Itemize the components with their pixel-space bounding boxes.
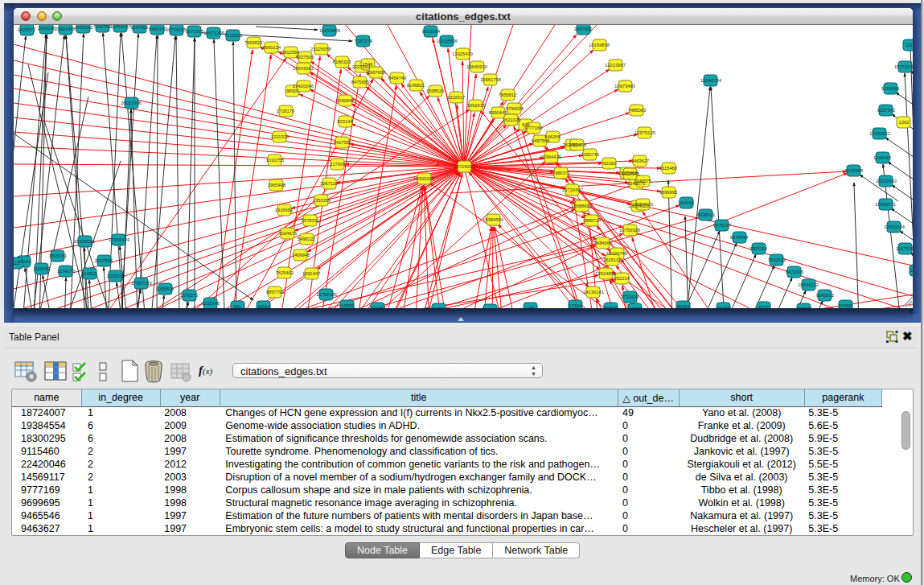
svg-text:6466160: 6466160 [149,27,167,31]
svg-text:803144: 803144 [337,119,353,124]
svg-text:16753: 16753 [798,307,811,308]
svg-text:18300295: 18300295 [413,176,434,181]
svg-text:9794028: 9794028 [506,106,524,111]
svg-text:9857791: 9857791 [266,290,285,295]
svg-text:23420046: 23420046 [293,84,314,89]
svg-text:3267110: 3267110 [320,181,338,186]
svg-text:1071915: 1071915 [186,29,204,34]
svg-text:1835061: 1835061 [49,253,68,258]
svg-text:1546: 1546 [363,62,373,67]
svg-text:16914: 16914 [257,304,271,308]
svg-text:80463: 80463 [677,304,690,308]
svg-text:16154838: 16154838 [589,43,610,47]
svg-text:9684067: 9684067 [594,241,613,245]
svg-text:1095810: 1095810 [156,286,175,291]
svg-text:1362: 1362 [899,120,910,125]
svg-text:16648784: 16648784 [700,78,722,83]
svg-text:12700: 12700 [910,268,913,273]
svg-text:931: 931 [233,304,241,308]
svg-text:1010755: 1010755 [266,158,285,163]
svg-text:7625402: 7625402 [276,270,294,275]
svg-text:252214: 252214 [614,276,630,281]
svg-text:62160: 62160 [603,161,616,166]
svg-text:1065532: 1065532 [75,25,93,30]
svg-text:7986372: 7986372 [552,171,571,175]
svg-text:9327509: 9327509 [296,55,314,60]
svg-text:13325419: 13325419 [452,51,473,56]
svg-text:8813054: 8813054 [422,29,441,34]
svg-text:1662615: 1662615 [467,103,486,108]
svg-text:1232346: 1232346 [202,301,220,306]
svg-text:9474444: 9474444 [730,235,749,240]
svg-text:182: 182 [527,306,535,308]
svg-text:7955812: 7955812 [499,93,517,97]
svg-text:1353359: 1353359 [313,198,331,203]
svg-text:164095: 164095 [678,200,693,205]
svg-text:18724007: 18724007 [454,164,474,169]
svg-text:16553267: 16553267 [110,25,131,29]
svg-text:8215958: 8215958 [845,168,864,173]
svg-text:1113: 1113 [906,43,913,47]
svg-text:7515526: 7515526 [224,33,243,38]
svg-text:9115460: 9115460 [659,166,677,171]
svg-text:12975125: 12975125 [634,130,655,135]
svg-text:92456: 92456 [717,306,730,308]
svg-text:10958: 10958 [629,307,642,308]
svg-text:7663822: 7663822 [244,40,263,45]
svg-text:14136141: 14136141 [583,290,604,295]
svg-text:2069140: 2069140 [38,26,56,31]
svg-text:12505: 12505 [341,303,354,308]
svg-text:19218506: 19218506 [437,39,458,43]
svg-text:12213967: 12213967 [605,63,626,68]
svg-text:10719155: 10719155 [166,27,187,32]
svg-text:93456: 93456 [839,303,852,308]
svg-text:2047682: 2047682 [574,27,593,31]
svg-text:8215: 8215 [759,305,770,308]
svg-text:1050745: 1050745 [581,152,600,157]
svg-text:1527602: 1527602 [130,25,149,30]
svg-text:1002545: 1002545 [622,171,640,176]
svg-text:16210643: 16210643 [876,179,897,183]
svg-text:117006: 117006 [331,162,346,167]
svg-text:17957255: 17957255 [131,281,152,286]
svg-text:8660124: 8660124 [263,45,281,50]
svg-text:20364436: 20364436 [540,154,561,159]
svg-text:6479197: 6479197 [713,223,732,228]
svg-text:1362455: 1362455 [569,142,587,147]
svg-text:87645: 87645 [605,306,618,308]
svg-text:8938921: 8938921 [697,212,716,217]
svg-text:1621025: 1621025 [503,117,521,122]
svg-text:1234273: 1234273 [57,269,76,274]
svg-text:5498222: 5498222 [298,237,316,241]
svg-text:2935114: 2935114 [749,246,768,251]
svg-text:8471676: 8471676 [786,270,804,274]
svg-text:13524851: 13524851 [595,271,616,276]
svg-text:1322017: 1322017 [447,95,466,100]
svg-text:7485063: 7485063 [628,108,647,113]
svg-text:20691406: 20691406 [55,27,76,31]
svg-text:114519: 114519 [82,271,97,276]
svg-text:17334: 17334 [569,303,582,308]
svg-text:7357274: 7357274 [355,39,373,43]
svg-text:10973493: 10973493 [614,84,635,89]
svg-text:16120746: 16120746 [606,251,627,256]
svg-text:1733426: 1733426 [621,295,639,299]
svg-text:112: 112 [14,261,20,266]
svg-text:16033809: 16033809 [319,28,340,33]
svg-text:7152760: 7152760 [93,25,112,29]
svg-text:9146821: 9146821 [407,83,425,88]
svg-text:13654923: 13654923 [632,202,653,207]
svg-text:16961758: 16961758 [480,77,501,82]
svg-text:8475685: 8475685 [351,80,370,84]
svg-text:23226058: 23226058 [310,47,331,51]
svg-text:98901: 98901 [286,89,299,93]
svg-text:9245: 9245 [373,306,384,308]
svg-text:1678275: 1678275 [180,293,199,298]
svg-text:1965498: 1965498 [268,183,286,187]
svg-text:4162: 4162 [486,307,496,308]
svg-text:1916682: 1916682 [275,208,294,212]
svg-text:2718179: 2718179 [277,109,295,113]
svg-text:1203: 1203 [433,307,444,308]
svg-text:13720407: 13720407 [562,187,583,192]
svg-text:1403572: 1403572 [18,27,36,32]
